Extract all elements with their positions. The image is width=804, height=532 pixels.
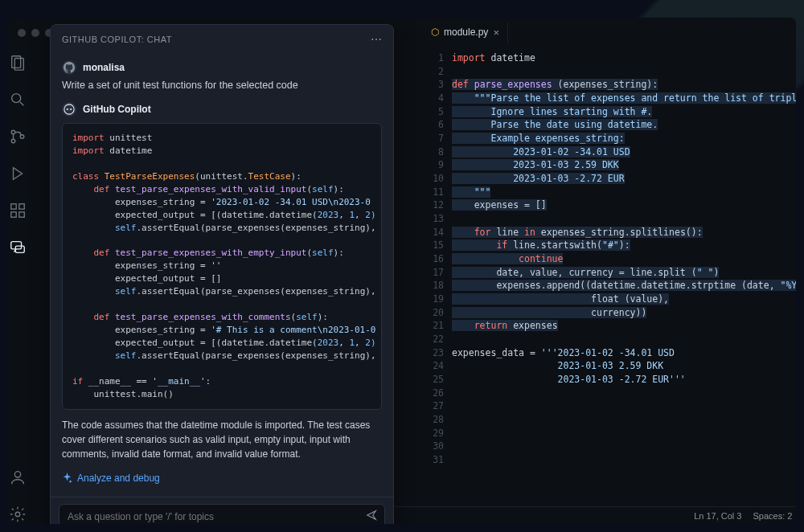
copilot-name: GitHub Copilot xyxy=(83,104,151,115)
activity-bar xyxy=(8,18,27,524)
svg-rect-8 xyxy=(19,204,24,209)
cursor-position[interactable]: Ln 17, Col 3 xyxy=(694,511,741,521)
code-content[interactable]: import datetime def parse_expenses (expe… xyxy=(452,47,796,506)
account-icon[interactable] xyxy=(8,468,27,487)
close-tab-icon[interactable]: × xyxy=(493,27,499,39)
svg-rect-7 xyxy=(11,204,16,209)
svg-point-18 xyxy=(64,104,74,114)
chat-header: GITHUB COPILOT: CHAT ⋯ xyxy=(51,25,393,54)
code-suggestion[interactable]: import unittest import datetime class Te… xyxy=(62,123,382,410)
user-avatar xyxy=(62,60,76,75)
indentation[interactable]: Spaces: 2 xyxy=(753,511,792,521)
window-controls xyxy=(18,29,53,37)
settings-icon[interactable] xyxy=(8,505,27,524)
chat-input[interactable] xyxy=(59,504,385,524)
copilot-chat-panel: GITHUB COPILOT: CHAT ⋯ monalisa Write a … xyxy=(50,24,394,524)
svg-rect-10 xyxy=(19,212,24,217)
tab-label: module.py xyxy=(444,27,488,38)
svg-rect-9 xyxy=(11,212,16,217)
explorer-icon[interactable] xyxy=(8,53,27,72)
svg-point-13 xyxy=(14,472,20,477)
close-window[interactable] xyxy=(18,29,26,37)
svg-line-3 xyxy=(20,102,24,106)
copilot-avatar-icon xyxy=(62,102,76,117)
user-message-header: monalisa xyxy=(62,60,382,75)
more-options-icon[interactable]: ⋯ xyxy=(371,33,383,46)
copilot-response-header: GitHub Copilot xyxy=(62,102,382,117)
svg-point-4 xyxy=(11,130,15,134)
python-file-icon: ⬡ xyxy=(431,27,439,38)
user-message: Write a set of unit test functions for t… xyxy=(62,80,382,91)
send-icon[interactable] xyxy=(366,509,377,524)
search-icon[interactable] xyxy=(8,90,27,109)
svg-point-14 xyxy=(15,512,20,517)
chat-input-area xyxy=(51,497,393,524)
chat-body: monalisa Write a set of unit test functi… xyxy=(51,54,393,497)
svg-point-2 xyxy=(12,94,21,103)
copilot-chat-icon[interactable] xyxy=(8,238,27,257)
minimize-window[interactable] xyxy=(31,29,39,37)
svg-point-19 xyxy=(67,108,68,110)
line-gutter: 1234567891011121314151617181920212223242… xyxy=(423,47,452,506)
svg-rect-11 xyxy=(11,242,22,249)
svg-point-6 xyxy=(20,135,24,139)
svg-point-20 xyxy=(70,108,72,110)
user-name: monalisa xyxy=(83,62,125,73)
tab-module-py[interactable]: ⬡ module.py × xyxy=(423,22,508,43)
sparkle-icon xyxy=(62,473,72,483)
run-debug-icon[interactable] xyxy=(8,164,27,183)
chat-title: GITHUB COPILOT: CHAT xyxy=(62,35,172,44)
analyze-debug-link[interactable]: Analyze and debug xyxy=(62,469,382,487)
vscode-window: ⬡ module.py × 12345678910111213141516171… xyxy=(8,18,796,524)
explanation-text: The code assumes that the datetime modul… xyxy=(62,418,382,461)
analyze-label: Analyze and debug xyxy=(77,473,160,484)
source-control-icon[interactable] xyxy=(8,127,27,146)
svg-point-5 xyxy=(11,139,15,143)
extensions-icon[interactable] xyxy=(8,201,27,220)
